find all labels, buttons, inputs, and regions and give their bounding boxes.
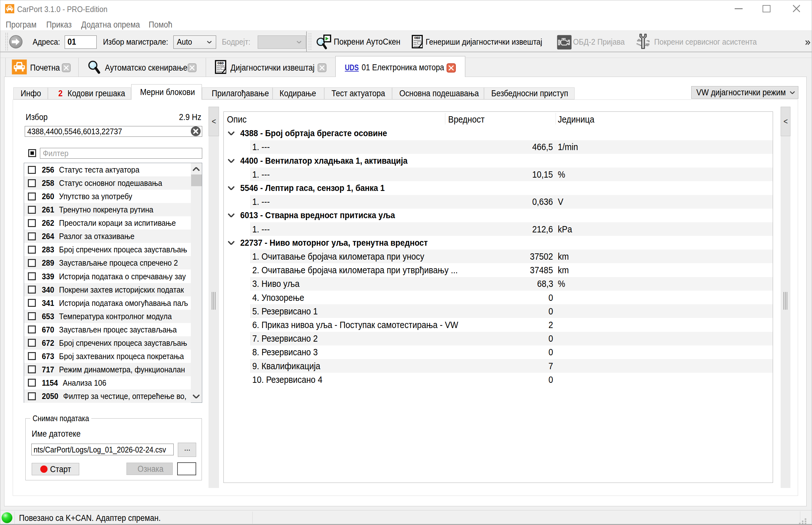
svg-text:OBD: OBD: [414, 36, 420, 40]
svg-text:OBD: OBD: [217, 61, 224, 65]
